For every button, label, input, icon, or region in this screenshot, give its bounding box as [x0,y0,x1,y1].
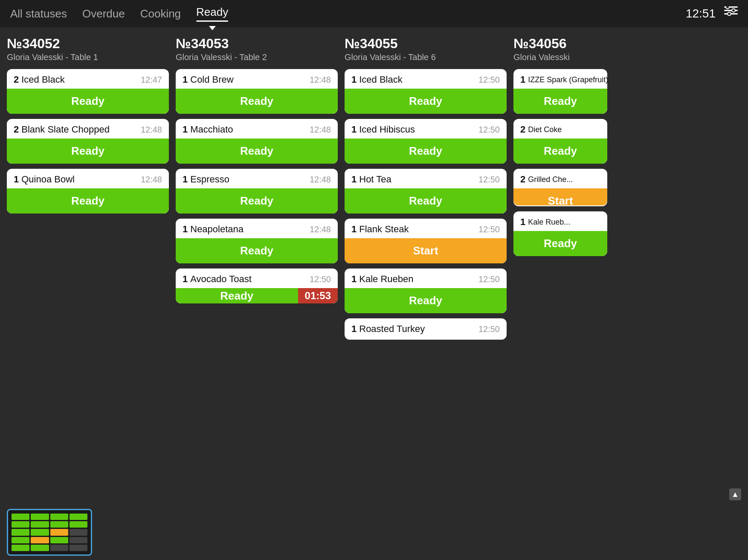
item-qty: 1 [14,174,19,185]
ready-button[interactable]: Ready [176,139,338,164]
filter-icon[interactable] [724,6,738,21]
order-column-34055: №34055 Gloria Valesski - Table 6 1 Iced … [345,36,507,509]
order-header-34052: №34052 Gloria Valesski - Table 1 [7,36,169,62]
item-name: Espresso [190,174,229,185]
thumb-bar [70,545,87,551]
order-subtitle: Gloria Valesski - Table 2 [176,52,338,62]
thumb-bar [31,521,49,528]
thumb-bar [50,545,68,551]
order-card: 2 Grilled Che... Start [513,169,607,206]
ready-button[interactable]: Ready [176,89,338,114]
order-card: 2 Blank Slate Chopped 12:48 Ready [7,119,169,164]
item-time: 12:48 [141,125,162,135]
thumb-bar [50,521,68,528]
order-card: 1 Iced Hibiscus 12:50 Ready [345,119,507,164]
item-name: Macchiato [190,124,233,135]
item-name: IZZE Spark (Grapefruit) [528,75,607,84]
item-time: 12:50 [310,274,331,284]
item-qty: 1 [351,74,357,85]
ready-button[interactable]: Ready [345,89,507,114]
start-button[interactable]: Start [513,188,607,205]
ready-label: Ready [176,289,298,303]
thumb-bar [70,514,87,520]
ready-button[interactable]: Ready [176,188,338,214]
order-card: 1 Espresso 12:48 Ready [176,169,338,214]
item-time: 12:47 [141,75,162,85]
ready-button[interactable]: Ready [513,231,607,256]
order-column-34053: №34053 Gloria Valesski - Table 2 1 Cold … [176,36,338,509]
order-card: 1 Kale Rueb... Ready [513,211,607,256]
item-time: 12:48 [310,75,331,85]
order-card: 1 Avocado Toast 12:50 Ready 01:53 [176,268,338,303]
item-time: 12:50 [478,75,500,85]
tab-cooking[interactable]: Cooking [140,4,181,24]
thumb-bar [50,537,68,543]
item-time: 12:50 [478,125,500,135]
item-qty: 1 [183,124,188,135]
item-qty: 2 [520,174,525,185]
order-column-34056: №34056 Gloria Valesski 1 IZZE Spark (Gra… [513,36,607,509]
top-nav-bar: All statuses Overdue Cooking Ready 12:51 [0,0,748,27]
tab-overdue[interactable]: Overdue [82,4,125,24]
thumb-bar [31,545,49,551]
item-name: Diet Coke [528,125,562,134]
ready-button[interactable]: Ready [345,139,507,164]
scroll-up-button[interactable]: ▲ [729,488,741,500]
item-time: 12:50 [478,274,500,284]
item-name: Avocado Toast [190,274,252,285]
item-time: 12:48 [310,125,331,135]
order-header-34053: №34053 Gloria Valesski - Table 2 [176,36,338,62]
thumb-bar [12,537,29,543]
item-qty: 1 [520,74,525,85]
top-bar-right: 12:51 [686,6,738,21]
item-qty: 2 [14,124,19,135]
ready-button[interactable]: Ready [513,139,607,164]
svg-point-5 [728,12,731,16]
order-header-34056: №34056 Gloria Valesski [513,36,607,62]
item-qty: 1 [351,224,357,235]
order-header-34055: №34055 Gloria Valesski - Table 6 [345,36,507,62]
ready-button[interactable]: Ready [176,238,338,263]
time-display: 12:51 [686,7,716,20]
item-name: Hot Tea [359,174,391,185]
thumbnail-panel[interactable] [7,509,92,556]
item-qty: 1 [351,274,357,285]
item-name: Cold Brew [190,74,233,85]
order-card: 1 Roasted Turkey 12:50 [345,318,507,340]
order-number: №34055 [345,36,507,52]
item-time: 12:50 [478,225,500,234]
nav-tabs: All statuses Overdue Cooking Ready [10,2,228,25]
bottom-bar [0,505,748,560]
ready-button[interactable]: Ready [513,89,607,114]
thumb-bar [31,529,49,535]
thumb-bar [50,514,68,520]
item-qty: 1 [351,124,357,135]
item-qty: 1 [183,174,188,185]
ready-timer-button[interactable]: Ready 01:53 [176,288,338,303]
ready-button[interactable]: Ready [7,139,169,164]
order-subtitle: Gloria Valesski - Table 1 [7,52,169,62]
ready-button[interactable]: Ready [345,288,507,313]
thumb-bar [31,537,49,543]
item-qty: 1 [351,174,357,185]
item-name: Neapoletana [190,224,244,235]
ready-button[interactable]: Ready [7,89,169,114]
tab-all-statuses[interactable]: All statuses [10,4,67,24]
tab-ready[interactable]: Ready [196,2,228,25]
order-card: 1 Quinoa Bowl 12:48 Ready [7,169,169,214]
item-qty: 2 [520,124,525,135]
item-name: Iced Black [21,74,65,85]
order-card: 1 Hot Tea 12:50 Ready [345,169,507,214]
order-card: 1 Neapoletana 12:48 Ready [176,219,338,263]
start-button[interactable]: Start [345,238,507,263]
ready-button[interactable]: Ready [345,188,507,214]
order-card: 1 IZZE Spark (Grapefruit) Ready [513,69,607,114]
order-number: №34056 [513,36,607,52]
thumb-bar [12,514,29,520]
item-qty: 2 [14,74,19,85]
item-name: Roasted Turkey [359,323,425,335]
item-name: Iced Black [359,74,403,85]
thumb-bar [12,529,29,535]
item-name: Kale Rueb... [528,218,570,227]
ready-button[interactable]: Ready [7,188,169,214]
